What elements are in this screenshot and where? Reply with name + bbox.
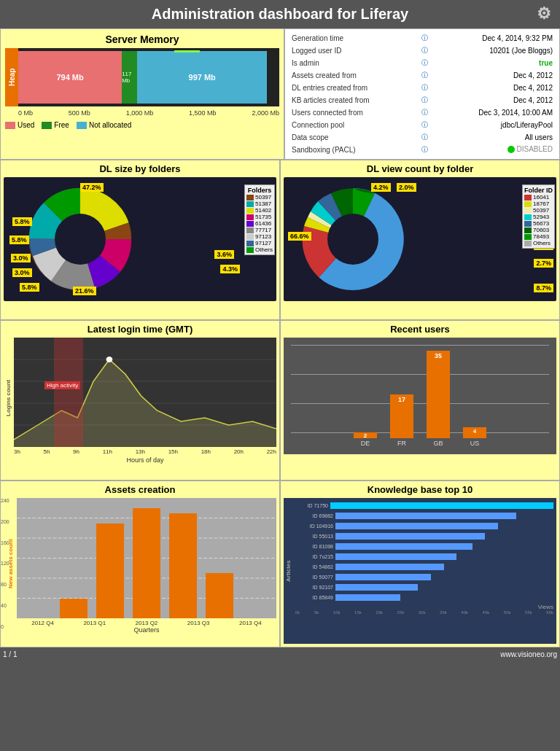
assets-x-label: Quarters	[17, 626, 276, 634]
info-row-user-id: Logged user ID ⓘ 10201 (Joe Bloggs)	[289, 44, 555, 57]
view-pct-42: 4.2%	[371, 183, 391, 192]
kb-y-label: Articles	[284, 498, 294, 644]
dl-size-title: DL size by folders	[4, 163, 276, 174]
login-chart-bg: High activity	[14, 338, 276, 447]
kb-panel: Knowledge base top 10 Articles ID 71750 …	[280, 480, 560, 647]
svg-point-2	[327, 214, 378, 265]
memory-bars: 794 Mb 117 Mb 997 Mb	[18, 51, 279, 104]
assets-panel: Assets creation New assets count 240 200…	[0, 480, 280, 647]
kb-bar-row-5: ID 7u215	[295, 552, 553, 561]
page-header: Administration dashboard for Liferay ⚙	[0, 0, 560, 28]
kb-chart-wrapper: Articles ID 71750 ID 69882 ID 104916 ID …	[284, 498, 556, 644]
view-pct-666: 66.6%	[288, 232, 311, 241]
svg-point-8	[106, 357, 113, 362]
recent-users-chart: 2 DE 17 FR 35 GB	[284, 338, 556, 454]
kb-bar-row-8: ID 92107	[295, 583, 553, 592]
bar-group-de: 2 DE	[354, 432, 377, 447]
assets-y-axis: 240 200 160 120 80 40 0	[1, 498, 9, 629]
bar-group-gb: 35 GB	[427, 351, 450, 447]
bar-us: 4	[463, 427, 486, 438]
login-time-title: Latest login time (GMT)	[4, 324, 276, 335]
bar-2013q1	[96, 524, 124, 618]
info-row-assets: Assets created from ⓘ Dec 4, 2012	[289, 69, 555, 82]
server-memory-panel: Server Memory Heap 794 Mb 117 Mb 997 Mb …	[0, 28, 284, 160]
dl-view-panel: DL view count by folder 66.6%	[280, 160, 560, 320]
kb-bar-row-6: ID 54862	[295, 562, 553, 572]
kb-bar-row-4: ID 81098	[295, 542, 553, 551]
page-footer: 1 / 1 www.visioneo.org	[0, 647, 560, 661]
memory-scale: 0 Mb 500 Mb 1,000 Mb 1,500 Mb 2,000 Mb	[5, 108, 279, 118]
dl-pct-58a: 5.8%	[12, 217, 32, 226]
legend-free: Free	[42, 121, 69, 129]
kb-bar-9	[335, 594, 400, 601]
kb-bar-7	[335, 574, 431, 580]
kb-bar-2	[335, 523, 498, 529]
charts-row-2: Latest login time (GMT) Logins count Hig…	[0, 320, 560, 480]
dl-view-legend: Folder ID 16041 18767 50397 52943 56673 …	[522, 184, 555, 249]
recent-users-title: Recent users	[284, 324, 556, 335]
bar-de: 2	[354, 432, 377, 438]
dl-size-legend: Folders 50397 51387 51402 51735 61436 77…	[244, 184, 275, 255]
legend-not-alloc-box	[77, 122, 87, 129]
website: www.visioneo.org	[500, 650, 557, 658]
server-memory-title: Server Memory	[5, 34, 279, 45]
assets-chart-wrapper: New assets count 240 200 160 120 80 40 0	[4, 498, 276, 644]
kb-views-label: Views	[295, 604, 553, 610]
kb-bar-4	[335, 543, 472, 550]
assets-chart-inner: 240 200 160 120 80 40 0	[17, 498, 276, 644]
info-row-scope: Data scope ⓘ All users	[289, 131, 555, 144]
login-x-label: Hours of day	[14, 456, 276, 464]
svg-point-1	[55, 214, 106, 265]
memory-free-bar: 117 Mb	[122, 51, 137, 104]
login-chart-wrapper: Logins count High activity	[4, 338, 276, 458]
kb-bar-3	[335, 533, 485, 540]
kb-bar-row-7: ID 50077	[295, 572, 553, 582]
kb-bar-row-0: ID 71750	[295, 501, 553, 510]
assets-bars	[17, 498, 276, 618]
info-panel: Generation time ⓘ Dec 4, 2014, 9:32 PM L…	[284, 28, 560, 160]
dl-size-panel: DL size by folders	[0, 160, 280, 320]
kb-bar-8	[335, 584, 418, 591]
view-pct-20: 2.0%	[397, 183, 416, 192]
top-section: Server Memory Heap 794 Mb 117 Mb 997 Mb …	[0, 28, 560, 160]
info-row-gen-time: Generation time ⓘ Dec 4, 2014, 9:32 PM	[289, 32, 555, 44]
login-y-label: Logins count	[4, 338, 14, 458]
dl-pct-216: 21.6%	[73, 287, 96, 295]
bar-fr: 17	[390, 394, 413, 438]
dl-pct-47: 47.2%	[80, 183, 104, 192]
memory-chart: Heap 794 Mb 117 Mb 997 Mb	[5, 48, 279, 106]
assets-title: Assets creation	[4, 484, 276, 495]
legend-not-alloc: Not allocated	[77, 121, 131, 129]
bar-2013q3	[169, 513, 197, 618]
recent-users-bars: 2 DE 17 FR 35 GB	[291, 345, 549, 447]
dl-pct-58c: 5.8%	[20, 283, 39, 292]
dl-pct-30b: 3.0%	[12, 268, 32, 277]
bar-2012q4	[60, 599, 88, 618]
dl-pct-36: 3.6%	[214, 250, 234, 259]
login-line-svg	[14, 338, 276, 447]
assets-x-axis: 2012 Q4 2013 Q1 2013 Q2 2013 Q3 2013 Q4	[17, 618, 276, 626]
page-numbers: 1 / 1	[3, 650, 17, 658]
legend-used-box	[5, 122, 15, 129]
high-activity-label: High activity	[44, 381, 80, 389]
charts-row-1: DL size by folders	[0, 160, 560, 320]
settings-icon[interactable]: ⚙	[537, 4, 551, 23]
view-pct-87: 8.7%	[534, 284, 553, 292]
info-row-sandboxing: Sandboxing (PACL) ⓘ DISABLED	[289, 144, 555, 156]
bar-gb: 35	[427, 351, 450, 438]
kb-bar-1	[335, 513, 516, 519]
bottom-charts-row: Assets creation New assets count 240 200…	[0, 480, 560, 647]
view-pct-27: 2.7%	[534, 259, 553, 268]
info-row-admin: Is admin ⓘ true	[289, 57, 555, 69]
info-row-pool: Connection pool ⓘ jdbc/LiferayPool	[289, 119, 555, 131]
dl-view-chart: 66.6% 4.2% 2.0% 4.1% 2.8% 8.8% 2.7% 8.7%…	[284, 177, 556, 301]
kb-x-ticks: 0k 5k 10k 15k 20k 25k 30k 35k 40k 45k 50…	[295, 610, 553, 615]
page-title: Administration dashboard for Liferay	[152, 6, 408, 22]
dl-view-svg	[291, 177, 437, 301]
memory-not-alloc-bar: 997 Mb	[137, 51, 267, 104]
info-row-users: Users connected from ⓘ Dec 3, 2014, 10:0…	[289, 106, 555, 119]
kb-chart-bg: ID 71750 ID 69882 ID 104916 ID 55013 ID …	[294, 498, 556, 644]
dl-view-title: DL view count by folder	[284, 163, 556, 174]
info-row-dl: DL entries created from ⓘ Dec 4, 2012	[289, 82, 555, 94]
legend-used: Used	[5, 121, 34, 129]
